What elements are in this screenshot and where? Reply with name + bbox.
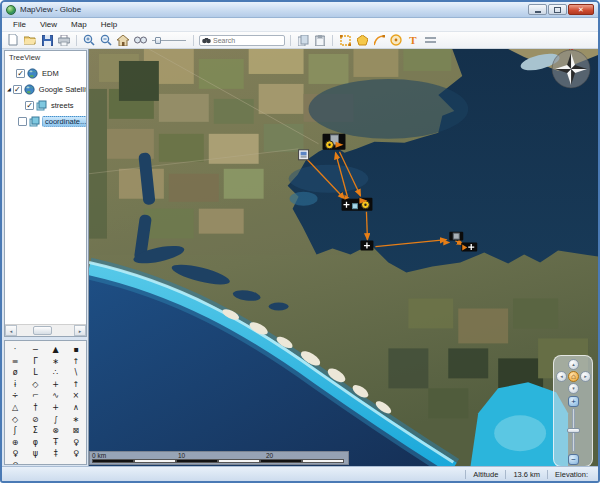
tree-item-coordinate[interactable]: coordinate... (5, 113, 86, 129)
palette-symbol-19[interactable]: × (66, 390, 86, 402)
copy-map-button[interactable] (296, 34, 310, 47)
home-view-button[interactable] (116, 34, 130, 47)
zoom-out-button[interactable] (99, 34, 113, 47)
palette-symbol-3[interactable]: ▪ (66, 344, 86, 356)
pan-up-button[interactable]: ▴ (568, 359, 579, 370)
palette-symbol-2[interactable]: ▲ (46, 344, 66, 356)
palette-symbol-9[interactable]: L (25, 367, 45, 379)
waypoint-flag[interactable] (358, 198, 372, 211)
waypoint-start[interactable] (299, 150, 309, 160)
palette-symbol-40[interactable]: ♀ (5, 460, 25, 465)
palette-symbol-17[interactable]: ⌐ (25, 390, 45, 402)
close-button[interactable]: ✕ (568, 4, 594, 15)
palette-symbol-7[interactable]: ↑ (66, 356, 86, 368)
checkbox[interactable]: ✓ (25, 101, 34, 110)
checkbox[interactable]: ✓ (16, 69, 25, 78)
compass-rose[interactable]: N (552, 49, 590, 88)
new-button[interactable] (6, 34, 20, 47)
palette-symbol-0[interactable]: · (5, 344, 25, 356)
waypoint-plus-flag[interactable] (461, 243, 477, 252)
palette-symbol-34[interactable]: Ŧ (46, 437, 66, 449)
minimize-button[interactable] (528, 4, 547, 15)
pan-left-button[interactable]: ◂ (556, 371, 567, 382)
pan-down-button[interactable]: ▾ (568, 383, 579, 394)
tree-item-edm[interactable]: ✓EDM (5, 65, 86, 81)
palette-symbol-28[interactable]: ʃ (5, 425, 25, 437)
palette-symbol-11[interactable]: \ (66, 367, 86, 379)
search-input[interactable] (213, 37, 277, 44)
visibility-button[interactable] (133, 34, 147, 47)
circle-tool-button[interactable] (389, 34, 403, 47)
palette-symbol-32[interactable]: ⊕ (5, 437, 25, 449)
palette-symbol-14[interactable]: + (46, 379, 66, 391)
zoom-slider[interactable] (152, 36, 186, 45)
palette-symbol-37[interactable]: ψ (25, 448, 45, 460)
scroll-thumb[interactable] (33, 326, 52, 335)
zoom-in-map-button[interactable]: + (568, 396, 579, 407)
palette-symbol-33[interactable]: φ (25, 437, 45, 449)
map-view[interactable]: N 0 km1020 ▴ ◂ ⌂ ▸ ▾ + − (88, 49, 598, 466)
palette-symbol-22[interactable]: + (46, 402, 66, 414)
palette-symbol-18[interactable]: ∿ (46, 390, 66, 402)
zoom-slider-thumb[interactable] (155, 37, 161, 44)
scroll-right-arrow[interactable]: ▸ (74, 325, 86, 336)
list-tool-button[interactable] (423, 34, 437, 47)
palette-symbol-13[interactable]: ◇ (25, 379, 45, 391)
palette-symbol-4[interactable]: ≡ (5, 356, 25, 368)
menu-item-file[interactable]: File (6, 19, 33, 30)
palette-symbol-35[interactable]: ♀ (66, 437, 86, 449)
zoom-out-map-button[interactable]: − (568, 454, 579, 465)
palette-symbol-5[interactable]: Γ (25, 356, 45, 368)
waypoint-plus[interactable] (360, 241, 373, 251)
arc-tool-button[interactable] (372, 34, 386, 47)
scroll-track[interactable] (17, 325, 74, 336)
waypoint-photo-flag[interactable] (323, 134, 346, 150)
zoom-level-thumb[interactable] (567, 428, 580, 433)
tree-horizontal-scrollbar[interactable]: ◂ ▸ (5, 324, 86, 336)
palette-symbol-21[interactable]: † (25, 402, 45, 414)
palette-symbol-12[interactable]: ɨ (5, 379, 25, 391)
palette-symbol-15[interactable]: ↑ (66, 379, 86, 391)
polygon-tool-button[interactable] (355, 34, 369, 47)
rectangle-tool-button[interactable] (338, 34, 352, 47)
palette-symbol-30[interactable]: ⊗ (46, 425, 66, 437)
pan-right-button[interactable]: ▸ (580, 371, 591, 382)
palette-symbol-29[interactable]: Σ (25, 425, 45, 437)
palette-symbol-8[interactable]: ø (5, 367, 25, 379)
maximize-button[interactable] (548, 4, 567, 15)
open-button[interactable] (23, 34, 37, 47)
checkbox[interactable] (18, 117, 27, 126)
palette-symbol-31[interactable]: ⊠ (66, 425, 86, 437)
zoom-in-button[interactable] (82, 34, 96, 47)
scroll-left-arrow[interactable]: ◂ (5, 325, 17, 336)
checkbox[interactable]: ✓ (13, 85, 22, 94)
palette-symbol-36[interactable]: ♀ (5, 448, 25, 460)
title-bar[interactable]: MapView - Globe ✕ (2, 2, 598, 18)
print-button[interactable] (57, 34, 71, 47)
save-button[interactable] (40, 34, 54, 47)
palette-symbol-26[interactable]: ∫ (46, 414, 66, 426)
palette-symbol-39[interactable]: ♀ (66, 448, 86, 460)
palette-symbol-1[interactable]: − (25, 344, 45, 356)
menu-item-map[interactable]: Map (64, 19, 94, 30)
tree-item-streets[interactable]: ✓streets (5, 97, 86, 113)
menu-item-view[interactable]: View (33, 19, 64, 30)
menu-bar: FileViewMapHelp (2, 18, 598, 32)
palette-symbol-6[interactable]: ∗ (46, 356, 66, 368)
palette-symbol-27[interactable]: ∗ (66, 414, 86, 426)
palette-symbol-10[interactable]: ∴ (46, 367, 66, 379)
home-button[interactable]: ⌂ (568, 371, 579, 382)
palette-symbol-23[interactable]: ∧ (66, 402, 86, 414)
paste-map-button[interactable] (313, 34, 327, 47)
search-box[interactable] (199, 35, 285, 46)
palette-symbol-38[interactable]: ‡ (46, 448, 66, 460)
palette-symbol-24[interactable]: ◇ (5, 414, 25, 426)
palette-symbol-25[interactable]: ⊘ (25, 414, 45, 426)
palette-symbol-20[interactable]: △ (5, 402, 25, 414)
expander-icon[interactable]: ◢ (7, 86, 11, 92)
map-canvas[interactable]: N (89, 49, 598, 466)
palette-symbol-16[interactable]: ÷ (5, 390, 25, 402)
text-tool-button[interactable]: T (406, 34, 420, 47)
tree-item-google-satellite[interactable]: ◢✓Google Satellite (5, 81, 86, 97)
menu-item-help[interactable]: Help (94, 19, 124, 30)
